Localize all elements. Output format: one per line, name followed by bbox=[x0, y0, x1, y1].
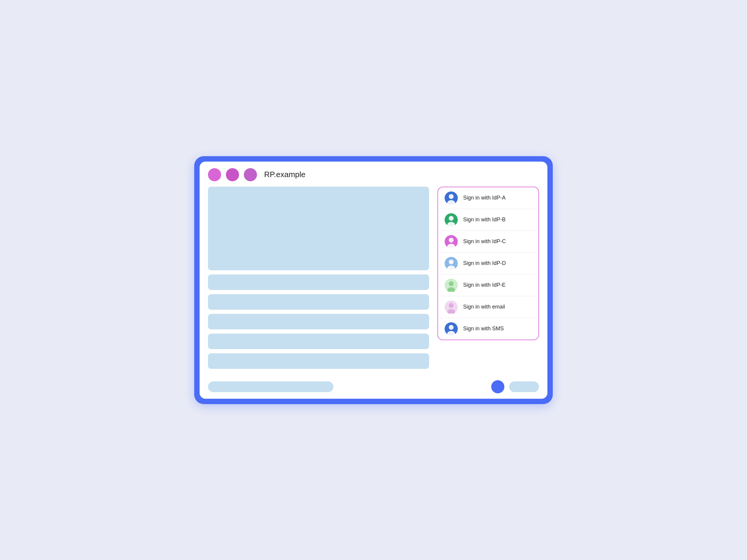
signin-label-idp-a: Sign in with IdP-A bbox=[463, 195, 506, 201]
site-title: RP.example bbox=[264, 170, 305, 179]
content-block-row-3 bbox=[208, 314, 429, 329]
signin-item-idp-c[interactable]: Sign in with IdP-C bbox=[438, 231, 538, 253]
signin-item-email[interactable]: Sign in with email bbox=[438, 296, 538, 318]
avatar-icon-idp-a bbox=[445, 191, 458, 205]
avatar-icon-idp-b bbox=[445, 213, 458, 226]
avatar-icon-idp-e bbox=[445, 279, 458, 292]
browser-header: RP.example bbox=[200, 162, 547, 187]
signin-card: Sign in with IdP-A Sign in with IdP-B bbox=[437, 187, 539, 340]
signin-item-idp-b[interactable]: Sign in with IdP-B bbox=[438, 209, 538, 231]
svg-point-19 bbox=[449, 325, 454, 330]
signin-item-idp-a[interactable]: Sign in with IdP-A bbox=[438, 187, 538, 209]
browser-footer bbox=[200, 376, 547, 399]
avatar-icon-email bbox=[445, 300, 458, 314]
svg-point-4 bbox=[449, 216, 454, 221]
browser-inner: RP.example bbox=[200, 162, 547, 399]
signin-label-email: Sign in with email bbox=[463, 304, 505, 310]
browser-window: RP.example bbox=[194, 156, 553, 404]
footer-pill bbox=[509, 381, 539, 392]
content-block-row-4 bbox=[208, 334, 429, 349]
svg-point-16 bbox=[449, 303, 454, 308]
window-dot-2 bbox=[226, 168, 239, 181]
svg-point-1 bbox=[449, 194, 454, 199]
content-block-row-5 bbox=[208, 353, 429, 369]
signin-item-idp-e[interactable]: Sign in with IdP-E bbox=[438, 274, 538, 296]
content-block-large bbox=[208, 187, 429, 270]
window-dot-1 bbox=[208, 168, 221, 181]
signin-label-idp-e: Sign in with IdP-E bbox=[463, 282, 506, 288]
window-dot-3 bbox=[244, 168, 257, 181]
signin-label-idp-b: Sign in with IdP-B bbox=[463, 216, 506, 223]
browser-content: Sign in with IdP-A Sign in with IdP-B bbox=[200, 187, 547, 376]
svg-point-7 bbox=[449, 238, 454, 242]
signin-label-idp-c: Sign in with IdP-C bbox=[463, 238, 506, 245]
left-panel bbox=[208, 187, 429, 369]
footer-address-bar bbox=[208, 381, 333, 392]
signin-item-idp-d[interactable]: Sign in with IdP-D bbox=[438, 253, 538, 274]
avatar-icon-sms bbox=[445, 322, 458, 336]
signin-label-idp-d: Sign in with IdP-D bbox=[463, 260, 506, 266]
footer-dot bbox=[491, 380, 505, 393]
signin-item-sms[interactable]: Sign in with SMS bbox=[438, 318, 538, 340]
svg-point-10 bbox=[449, 260, 454, 264]
avatar-icon-idp-c bbox=[445, 235, 458, 248]
right-panel: Sign in with IdP-A Sign in with IdP-B bbox=[437, 187, 539, 340]
avatar-icon-idp-d bbox=[445, 257, 458, 270]
signin-label-sms: Sign in with SMS bbox=[463, 325, 504, 332]
content-block-row-2 bbox=[208, 294, 429, 310]
svg-point-13 bbox=[449, 281, 454, 286]
content-block-row-1 bbox=[208, 274, 429, 290]
